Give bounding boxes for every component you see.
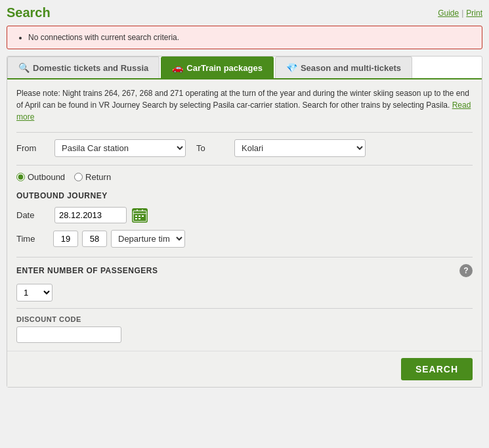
passengers-select[interactable]: 1 2 3 4 5 6 7 8 9 xyxy=(16,284,53,302)
date-input[interactable] xyxy=(54,207,127,223)
tab-domestic-label: Domestic tickets and Russia xyxy=(33,63,148,73)
from-select[interactable]: Pasila Car station Helsinki Tampere Oulu… xyxy=(54,139,186,157)
error-box: No connections with current search crite… xyxy=(7,26,482,49)
time-type-select[interactable]: Departure tim Arrival time xyxy=(111,230,185,248)
print-link[interactable]: Print xyxy=(466,9,482,18)
svg-rect-8 xyxy=(135,218,137,219)
tab-season[interactable]: 💎 Season and multi-tickets xyxy=(275,56,412,78)
outbound-radio[interactable] xyxy=(16,173,25,181)
time-label: Time xyxy=(16,234,49,244)
time-minute-input[interactable] xyxy=(82,231,107,247)
tab-domestic[interactable]: 🔍 Domestic tickets and Russia xyxy=(7,56,159,78)
time-row: Time Departure tim Arrival time xyxy=(16,230,473,248)
header-links: Guide | Print xyxy=(438,9,482,18)
tab-cartrain[interactable]: 🚗 CarTrain packages xyxy=(161,56,274,78)
discount-input[interactable] xyxy=(16,326,121,343)
search-button[interactable]: SEARCH xyxy=(401,358,473,380)
from-label: From xyxy=(16,143,49,153)
svg-rect-7 xyxy=(142,215,144,217)
date-label: Date xyxy=(16,210,49,220)
return-radio[interactable] xyxy=(74,173,83,181)
divider-4 xyxy=(16,308,473,309)
time-hour-input[interactable] xyxy=(53,231,78,247)
passengers-heading: ENTER NUMBER OF PASSENGERS xyxy=(16,266,158,275)
to-label: To xyxy=(196,143,229,153)
page-header: Search Guide | Print xyxy=(7,5,482,20)
car-icon: 🚗 xyxy=(172,62,183,73)
calendar-icon xyxy=(132,208,148,223)
header-divider: | xyxy=(461,9,463,18)
svg-rect-9 xyxy=(138,218,140,219)
calendar-button[interactable] xyxy=(132,208,148,223)
return-radio-label[interactable]: Return xyxy=(74,172,111,182)
error-message: No connections with current search crite… xyxy=(28,33,473,42)
guide-link[interactable]: Guide xyxy=(438,9,459,18)
tab-season-label: Season and multi-tickets xyxy=(301,63,401,73)
tab-cartrain-label: CarTrain packages xyxy=(186,63,263,73)
to-group: To Kolari Helsinki Tampere Oulu Rovaniem… xyxy=(196,139,366,157)
passengers-row: ENTER NUMBER OF PASSENGERS ? xyxy=(16,264,473,277)
help-icon[interactable]: ? xyxy=(459,264,473,277)
info-note: Please note: Night trains 264, 267, 268 … xyxy=(16,87,473,123)
outbound-radio-label[interactable]: Outbound xyxy=(16,172,65,182)
discount-section: DISCOUNT CODE xyxy=(16,315,473,343)
from-to-row: From Pasila Car station Helsinki Tampere… xyxy=(16,139,473,157)
divider-3 xyxy=(16,257,473,258)
journey-heading: OUTBOUND JOURNEY xyxy=(16,191,473,200)
tabs-row: 🔍 Domestic tickets and Russia 🚗 CarTrain… xyxy=(7,56,482,79)
svg-rect-6 xyxy=(138,215,140,217)
divider-1 xyxy=(16,132,473,133)
svg-rect-5 xyxy=(135,215,137,217)
search-container: 🔍 Domestic tickets and Russia 🚗 CarTrain… xyxy=(7,56,482,388)
passengers-left: ENTER NUMBER OF PASSENGERS xyxy=(16,266,158,275)
divider-2 xyxy=(16,165,473,166)
content-area: Please note: Night trains 264, 267, 268 … xyxy=(7,79,482,351)
search-icon: 🔍 xyxy=(18,62,30,73)
journey-type-row: Outbound Return xyxy=(16,172,473,182)
page-title: Search xyxy=(7,5,51,20)
date-row: Date xyxy=(16,207,473,223)
from-group: From Pasila Car station Helsinki Tampere… xyxy=(16,139,186,157)
diamond-icon: 💎 xyxy=(286,62,297,73)
passengers-select-row: 1 2 3 4 5 6 7 8 9 xyxy=(16,284,473,302)
search-btn-row: SEARCH xyxy=(7,351,482,387)
discount-label: DISCOUNT CODE xyxy=(16,315,473,323)
to-select[interactable]: Kolari Helsinki Tampere Oulu Rovaniemi xyxy=(234,139,366,157)
